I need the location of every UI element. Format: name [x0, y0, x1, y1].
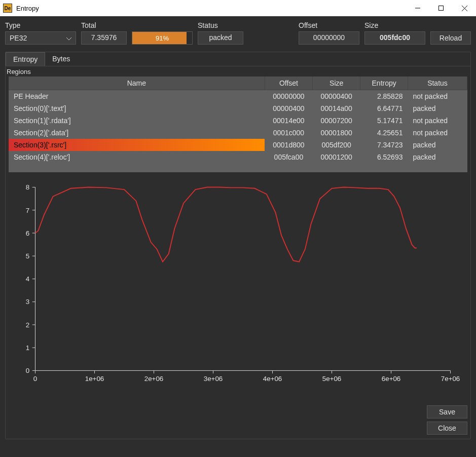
svg-text:8: 8: [26, 183, 29, 191]
cell-entropy: 7.34723: [360, 139, 408, 151]
titlebar: De Entropy: [0, 0, 476, 16]
svg-text:2e+06: 2e+06: [144, 375, 163, 383]
cell-entropy: 6.52693: [360, 151, 408, 163]
window-controls: [406, 0, 476, 16]
header-row: Type PE32 Total 7.35976 91% Status packe…: [5, 21, 471, 45]
svg-text:5: 5: [26, 252, 29, 260]
cell-status: not packed: [408, 115, 467, 127]
cell-offset: 0001c000: [265, 127, 312, 139]
cell-name: Section(3)['.rsrc']: [9, 139, 265, 151]
svg-text:5e+06: 5e+06: [322, 375, 341, 383]
cell-name: PE Header: [9, 90, 265, 103]
svg-text:3: 3: [26, 298, 29, 306]
offset-label: Offset: [299, 21, 359, 29]
svg-text:0: 0: [26, 367, 29, 374]
col-status[interactable]: Status: [408, 77, 467, 90]
status-label: Status: [198, 21, 243, 29]
col-offset[interactable]: Offset: [265, 77, 312, 90]
tab-bytes[interactable]: Bytes: [45, 52, 77, 66]
svg-text:6e+06: 6e+06: [382, 375, 400, 383]
table-row[interactable]: PE Header 00000000 00000400 2.85828 not …: [9, 90, 467, 103]
type-label: Type: [5, 21, 76, 29]
table-header: Name Offset Size Entropy Status: [9, 77, 467, 90]
type-combo-value: PE32: [10, 34, 27, 42]
svg-text:1: 1: [26, 344, 29, 352]
minimize-button[interactable]: [406, 0, 429, 16]
table-row[interactable]: Section(1)['.rdata'] 00014e00 00007200 5…: [9, 115, 467, 127]
svg-text:7e+06: 7e+06: [441, 375, 460, 383]
window-body: Type PE32 Total 7.35976 91% Status packe…: [0, 16, 476, 457]
svg-text:4e+06: 4e+06: [263, 375, 282, 383]
svg-text:0: 0: [33, 375, 37, 383]
table-row[interactable]: Section(4)['.reloc'] 005fca00 00001200 6…: [9, 151, 467, 163]
main-panel: Entropy Bytes Regions Name Offset Size E…: [5, 52, 471, 439]
cell-name: Section(4)['.reloc']: [9, 151, 265, 163]
cell-name: Section(2)['.data']: [9, 127, 265, 139]
cell-name: Section(0)['.text']: [9, 102, 265, 115]
chevron-down-icon: [66, 34, 71, 42]
cell-size: 00001800: [313, 127, 360, 139]
progress-label-spacer: [132, 21, 193, 29]
close-window-button[interactable]: [453, 0, 476, 16]
cell-size: 005df200: [313, 139, 360, 151]
cell-status: packed: [408, 102, 467, 115]
regions-table-wrap: Name Offset Size Entropy Status PE Heade…: [9, 77, 467, 172]
size-label: Size: [364, 21, 425, 29]
cell-name: Section(1)['.rdata']: [9, 115, 265, 127]
cell-offset: 00000400: [265, 102, 312, 115]
total-value: 7.35976: [81, 31, 127, 45]
tab-entropy[interactable]: Entropy: [6, 52, 45, 66]
table-row[interactable]: Section(2)['.data'] 0001c000 00001800 4.…: [9, 127, 467, 139]
size-value[interactable]: 005fdc00: [364, 31, 425, 45]
total-label: Total: [81, 21, 127, 29]
cell-entropy: 2.85828: [360, 90, 408, 103]
window-title: Entropy: [16, 5, 406, 12]
maximize-button[interactable]: [429, 0, 453, 16]
cell-offset: 005fca00: [265, 151, 312, 163]
svg-text:2: 2: [26, 321, 29, 329]
close-button[interactable]: Close: [427, 422, 467, 435]
cell-status: packed: [408, 151, 467, 163]
cell-entropy: 4.25651: [360, 127, 408, 139]
svg-rect-1: [439, 6, 444, 11]
table-row[interactable]: Section(3)['.rsrc'] 0001d800 005df200 7.…: [9, 139, 467, 151]
cell-offset: 0001d800: [265, 139, 312, 151]
cell-size: 00000400: [313, 90, 360, 103]
offset-value[interactable]: 00000000: [299, 31, 359, 45]
entropy-chart-svg: 01234567801e+062e+063e+064e+065e+066e+06…: [9, 182, 467, 385]
app-icon: De: [3, 4, 12, 13]
cell-size: 00007200: [313, 115, 360, 127]
cell-offset: 00014e00: [265, 115, 312, 127]
cell-status: not packed: [408, 90, 467, 103]
cell-entropy: 5.17471: [360, 115, 408, 127]
col-size[interactable]: Size: [313, 77, 360, 90]
cell-size: 00014a00: [313, 102, 360, 115]
svg-text:3e+06: 3e+06: [204, 375, 223, 383]
svg-text:6: 6: [26, 230, 29, 237]
table-row[interactable]: Section(0)['.text'] 00000400 00014a00 6.…: [9, 102, 467, 115]
regions-table: Name Offset Size Entropy Status PE Heade…: [9, 77, 467, 163]
svg-text:7: 7: [26, 207, 29, 214]
cell-status: not packed: [408, 127, 467, 139]
col-entropy[interactable]: Entropy: [360, 77, 408, 90]
cell-offset: 00000000: [265, 90, 312, 103]
save-button[interactable]: Save: [427, 405, 467, 418]
entropy-progress-text: 91%: [132, 32, 192, 44]
status-value: packed: [198, 31, 243, 45]
col-name[interactable]: Name: [9, 77, 265, 90]
regions-label: Regions: [6, 66, 470, 77]
cell-size: 00001200: [313, 151, 360, 163]
svg-text:1e+06: 1e+06: [85, 375, 104, 383]
cell-status: packed: [408, 139, 467, 151]
cell-entropy: 6.64771: [360, 102, 408, 115]
type-combo[interactable]: PE32: [5, 31, 76, 45]
entropy-progress: 91%: [132, 31, 193, 45]
tabs: Entropy Bytes: [6, 52, 470, 66]
svg-text:4: 4: [26, 275, 30, 283]
reload-button[interactable]: Reload: [430, 31, 471, 45]
entropy-chart: 01234567801e+062e+063e+064e+065e+066e+06…: [9, 177, 467, 400]
